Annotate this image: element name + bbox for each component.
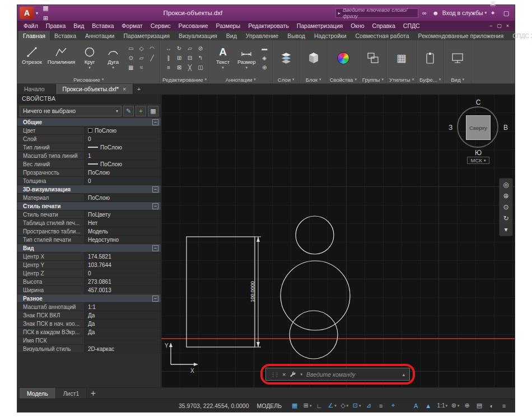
- groups-button[interactable]: [362, 51, 384, 65]
- maximize-button[interactable]: ▢: [499, 7, 514, 18]
- pan-icon[interactable]: ⊕: [503, 193, 508, 199]
- panel-caption-groups[interactable]: Группы: [360, 76, 386, 83]
- quick-properties-icon[interactable]: ▤: [474, 401, 486, 410]
- object-snap-icon[interactable]: ⊡▾: [351, 401, 362, 410]
- navigation-wheel-icon[interactable]: ◎: [503, 181, 508, 188]
- ribbon-tab[interactable]: Вывод: [283, 31, 310, 40]
- property-row[interactable]: Цвет ПоСлою: [17, 126, 161, 135]
- layout-tab[interactable]: Лист1: [56, 388, 87, 399]
- menu-item[interactable]: Размеры: [212, 22, 245, 29]
- chevron-down-icon[interactable]: ▾: [36, 11, 38, 16]
- panel-caption-layers[interactable]: Слои: [273, 76, 300, 83]
- viewcube-face-top[interactable]: Сверху: [466, 115, 491, 140]
- property-row[interactable]: Масштаб типа линий 1: [17, 152, 161, 160]
- property-row[interactable]: Центр Y 103.7644: [17, 261, 161, 269]
- doc-close-icon[interactable]: ×: [506, 23, 509, 29]
- ribbon-tab[interactable]: Параметризация: [119, 31, 175, 40]
- binoculars-search-icon[interactable]: ∞: [419, 8, 430, 18]
- draw-extra-icon[interactable]: ╱: [147, 54, 157, 63]
- collapse-icon[interactable]: −: [152, 245, 158, 251]
- dimension-100[interactable]: 100.0000: [250, 237, 261, 347]
- draw-extra-icon[interactable]: ▭: [126, 44, 136, 53]
- annotation-scale-button[interactable]: 1:1▾: [436, 401, 449, 410]
- property-row[interactable]: Визуальный стиль 2D-каркас: [17, 345, 161, 353]
- menu-item[interactable]: Редактировать: [244, 22, 293, 29]
- panel-caption-block[interactable]: Блок: [300, 76, 327, 83]
- isodraft-icon[interactable]: ◇▾: [339, 401, 350, 410]
- property-row[interactable]: Слой 0: [17, 135, 161, 143]
- drag-grip[interactable]: ⋮⋮: [270, 372, 278, 377]
- panel-caption-modify[interactable]: Редактирование: [160, 76, 209, 83]
- property-row[interactable]: Знак ПСК ВКЛ Да: [17, 311, 161, 320]
- annotation-monitor-icon[interactable]: ⊕: [462, 401, 473, 410]
- clipboard-button[interactable]: [419, 51, 441, 65]
- property-row[interactable]: Центр Z 0: [17, 269, 161, 278]
- compass-west[interactable]: З: [449, 124, 452, 132]
- property-section[interactable]: Стиль печати −: [17, 202, 161, 210]
- layout-tab[interactable]: Модель: [20, 388, 56, 399]
- exchange-apps-icon[interactable]: ✦: [488, 8, 498, 18]
- property-row[interactable]: Центр X 174.5821: [17, 252, 161, 261]
- modify-tool-icon[interactable]: ⊟: [185, 54, 195, 63]
- property-section[interactable]: Разное −: [17, 294, 161, 303]
- dynamic-input-icon[interactable]: ⌖: [388, 401, 399, 410]
- properties-button[interactable]: [333, 51, 354, 65]
- line-tool-button[interactable]: Отрезок: [20, 45, 44, 71]
- autocad-logo[interactable]: A: [20, 7, 34, 19]
- property-row[interactable]: Прозрачность ПоСлою: [17, 168, 161, 177]
- modify-tool-icon[interactable]: ∥: [164, 54, 174, 63]
- search-input[interactable]: Введите ключевое слово/фразу: [335, 8, 418, 18]
- collapse-icon[interactable]: −: [152, 296, 158, 302]
- compass-east[interactable]: В: [503, 124, 508, 132]
- ribbon-tab[interactable]: Аннотации: [81, 31, 119, 40]
- customize-wrench-icon[interactable]: [290, 371, 296, 378]
- pickadd-toggle-icon[interactable]: +: [136, 106, 146, 116]
- document-tab[interactable]: Прокси-объекты.dxf* ×: [56, 84, 133, 94]
- panel-caption-annotation[interactable]: Аннотации: [209, 76, 272, 83]
- modify-tool-icon[interactable]: ◫: [196, 63, 206, 72]
- minimize-button[interactable]: –: [499, 0, 514, 7]
- menu-item[interactable]: Правка: [42, 22, 69, 29]
- lineweight-icon[interactable]: ≡: [376, 401, 387, 410]
- view-button[interactable]: [447, 51, 468, 65]
- customization-icon[interactable]: ≡: [499, 401, 510, 410]
- property-row[interactable]: Масштаб аннотаций 1:1: [17, 303, 161, 311]
- navbar-more-icon[interactable]: ▾: [504, 226, 507, 233]
- draw-extra-icon[interactable]: ▦: [126, 63, 136, 72]
- menu-item[interactable]: Вставка: [88, 22, 118, 29]
- orbit-icon[interactable]: ↻: [503, 215, 508, 222]
- menu-item[interactable]: Формат: [118, 22, 146, 29]
- ribbon-tab[interactable]: Рекомендованные приложения: [414, 31, 508, 40]
- select-objects-icon[interactable]: ▦: [148, 106, 158, 116]
- zoom-icon[interactable]: ⊙: [503, 204, 508, 210]
- new-layout-button[interactable]: +: [87, 388, 99, 399]
- close-icon[interactable]: ×: [282, 371, 286, 378]
- utilities-button[interactable]: ▦: [391, 51, 412, 65]
- ribbon-tab[interactable]: СПДС 2019: [508, 31, 532, 40]
- document-tab[interactable]: Начало: [17, 84, 56, 94]
- layers-button[interactable]: [276, 51, 297, 65]
- panel-caption-properties[interactable]: Свойства: [328, 76, 359, 83]
- collapse-icon[interactable]: −: [152, 203, 158, 209]
- snap-tracking-icon[interactable]: ⊿: [363, 401, 375, 410]
- ribbon-tab[interactable]: Визуализация: [174, 31, 222, 40]
- save-as-icon[interactable]: ▦: [41, 3, 50, 13]
- modify-tool-icon[interactable]: ▱: [185, 44, 195, 53]
- drawing-rectangle[interactable]: [186, 237, 255, 347]
- circle-large[interactable]: [281, 261, 350, 330]
- menu-item[interactable]: Сервис: [147, 22, 175, 29]
- menu-item[interactable]: Параметризация: [293, 22, 347, 29]
- quick-select-icon[interactable]: ✎: [123, 106, 134, 116]
- menu-item[interactable]: Справка: [368, 22, 399, 29]
- property-row[interactable]: Ширина 457.0013: [17, 286, 161, 294]
- model-space-button[interactable]: МОДЕЛЬ: [254, 402, 286, 410]
- ortho-icon[interactable]: ∟: [314, 401, 325, 410]
- property-row[interactable]: Толщина 0: [17, 177, 161, 185]
- property-row[interactable]: Тип линий ПоСлою: [17, 143, 161, 152]
- ribbon-tab[interactable]: Совместная работа: [351, 31, 414, 40]
- draw-extra-icon[interactable]: ◠: [147, 44, 157, 53]
- draw-extra-icon[interactable]: ◇: [137, 44, 146, 53]
- property-row[interactable]: Высота 273.0861: [17, 278, 161, 286]
- ribbon-tab[interactable]: Главная: [18, 31, 50, 40]
- circle-tool-button[interactable]: Круг ▾: [79, 45, 100, 71]
